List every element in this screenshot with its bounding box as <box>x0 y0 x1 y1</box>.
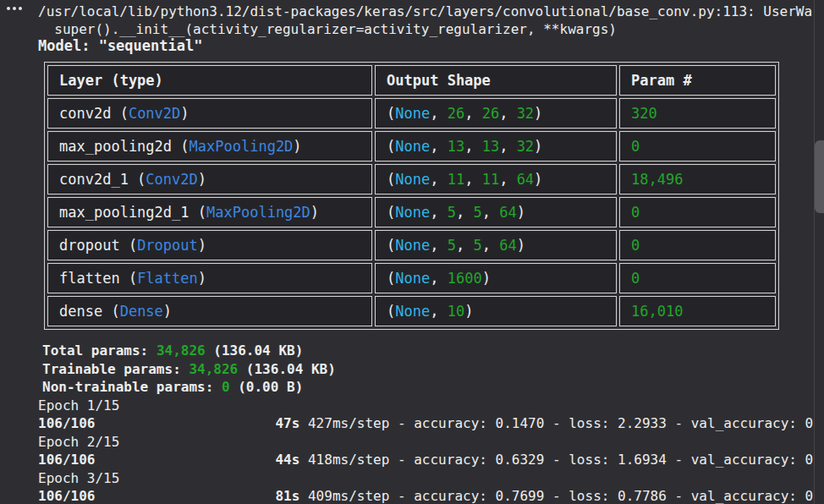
epoch-metrics: 418ms/step - accuracy: 0.6329 - loss: 1.… <box>308 452 813 468</box>
batch-dim-none: None <box>395 237 430 254</box>
param-count: 0 <box>631 138 640 155</box>
layer-class-name: Flatten <box>137 270 198 287</box>
layer-type-cell: max_pooling2d_1 (MaxPooling2D) <box>47 197 372 227</box>
batch-dim-none: None <box>395 138 430 155</box>
param-count: 320 <box>631 105 657 122</box>
shape-dim: 1600 <box>448 270 482 287</box>
training-log: Total params: 34,826 (136.04 KB)Trainabl… <box>38 342 815 504</box>
header-param-count: Param # <box>619 65 776 96</box>
shape-dim: 10 <box>448 303 464 320</box>
layer-type-cell: max_pooling2d (MaxPooling2D) <box>47 131 372 162</box>
shape-dim: 64 <box>517 171 534 188</box>
table-header-row: Layer (type) Output Shape Param # <box>47 65 776 96</box>
header-output-shape: Output Shape <box>375 65 617 96</box>
scrollbar-thumb[interactable] <box>815 140 824 213</box>
param-count-cell: 0 <box>619 197 776 227</box>
batch-dim-none: None <box>395 105 430 122</box>
epoch-time: 81s <box>275 488 299 504</box>
output-shape-cell: (None, 1600) <box>375 263 617 293</box>
shape-dim: 32 <box>517 105 534 122</box>
epoch-metrics: 409ms/step - accuracy: 0.7699 - loss: 0.… <box>308 488 813 504</box>
params-size: (136.04 KB) <box>246 361 336 377</box>
batch-dim-none: None <box>395 171 430 188</box>
shape-dim: 26 <box>448 105 464 122</box>
step-counter: 106/106 <box>38 488 95 504</box>
output-shape-cell: (None, 26, 26, 32) <box>375 98 617 129</box>
epoch-label: Epoch 2/15 <box>38 433 815 452</box>
epoch-progress-line: 106/10647s 427ms/step - accuracy: 0.1470… <box>38 414 815 433</box>
params-value: 34,826 <box>157 342 206 359</box>
shape-dim: 5 <box>448 204 456 221</box>
epoch-label: Epoch 1/15 <box>38 397 815 415</box>
shape-dim: 13 <box>482 138 499 155</box>
layer-class-name: Dense <box>120 303 163 320</box>
shape-dim: 5 <box>473 204 481 221</box>
epoch-metrics: 427ms/step - accuracy: 0.1470 - loss: 2.… <box>308 415 813 431</box>
param-count-cell: 0 <box>619 131 776 162</box>
epoch-progress-line: 106/10644s 418ms/step - accuracy: 0.6329… <box>38 451 815 469</box>
layer-type-cell: flatten (Flatten) <box>47 263 372 293</box>
warning-path-line: /usr/local/lib/python3.12/dist-packages/… <box>38 3 815 20</box>
table-row: conv2d (Conv2D)(None, 26, 26, 32)320 <box>47 98 776 129</box>
scrollbar-track <box>814 0 815 504</box>
warning-code-line: super().__init__(activity_regularizer=ac… <box>38 21 815 38</box>
output-shape-cell: (None, 10) <box>375 296 617 326</box>
epoch-time: 47s <box>275 415 299 431</box>
progress-bar <box>102 458 267 462</box>
layer-class-name: Conv2D <box>146 171 197 188</box>
epoch-progress-line: 106/10681s 409ms/step - accuracy: 0.7699… <box>38 487 815 504</box>
params-label: Trainable params: <box>42 361 181 377</box>
output-shape-cell: (None, 11, 11, 64) <box>375 164 617 194</box>
params-total-line: Total params: 34,826 (136.04 KB) <box>38 342 815 360</box>
model-summary-table: Layer (type) Output Shape Param # conv2d… <box>44 62 779 330</box>
shape-dim: 5 <box>448 237 456 254</box>
param-count: 18,496 <box>631 171 683 188</box>
epochs-block: Epoch 1/15106/10647s 427ms/step - accura… <box>38 397 815 504</box>
batch-dim-none: None <box>395 303 430 320</box>
batch-dim-none: None <box>395 204 430 221</box>
step-counter: 106/106 <box>38 452 95 468</box>
param-count-cell: 320 <box>619 98 776 129</box>
progress-bar <box>102 495 267 498</box>
param-count: 16,010 <box>631 303 683 320</box>
shape-dim: 11 <box>482 171 499 188</box>
table-row: max_pooling2d (MaxPooling2D)(None, 13, 1… <box>47 131 776 162</box>
shape-dim: 32 <box>517 138 534 155</box>
table-row: dense (Dense)(None, 10)16,010 <box>47 296 776 326</box>
params-value: 0 <box>222 379 230 395</box>
epoch-time: 44s <box>275 452 299 468</box>
layer-class-name: MaxPooling2D <box>190 138 294 155</box>
shape-dim: 64 <box>499 237 516 254</box>
layer-type-cell: conv2d (Conv2D) <box>47 98 372 129</box>
shape-dim: 26 <box>482 105 499 122</box>
layer-class-name: Conv2D <box>129 105 180 122</box>
header-layer-type: Layer (type) <box>47 65 372 96</box>
table-row: conv2d_1 (Conv2D)(None, 11, 11, 64)18,49… <box>47 164 776 194</box>
output-options-ellipsis-icon[interactable] <box>7 7 22 10</box>
dot <box>13 7 16 10</box>
param-count-cell: 0 <box>619 230 776 260</box>
param-count-cell: 0 <box>619 263 776 293</box>
param-count-cell: 16,010 <box>619 296 776 326</box>
output-shape-cell: (None, 5, 5, 64) <box>375 197 617 227</box>
layer-type-cell: conv2d_1 (Conv2D) <box>47 164 372 194</box>
param-count: 0 <box>631 204 640 221</box>
params-total-line: Trainable params: 34,826 (136.04 KB) <box>38 360 815 379</box>
param-count: 0 <box>631 237 640 254</box>
dot <box>19 7 22 10</box>
params-label: Total params: <box>42 342 148 359</box>
step-counter: 106/106 <box>38 415 95 431</box>
table-row: flatten (Flatten)(None, 1600)0 <box>47 263 776 293</box>
dot <box>7 7 10 10</box>
params-size: (0.00 B) <box>238 379 303 395</box>
notebook-output-cell: /usr/local/lib/python3.12/dist-packages/… <box>0 0 824 504</box>
shape-dim: 5 <box>473 237 481 254</box>
table-row: dropout (Dropout)(None, 5, 5, 64)0 <box>47 230 776 260</box>
layer-type-cell: dense (Dense) <box>47 296 372 326</box>
params-size: (136.04 KB) <box>213 342 303 359</box>
layer-class-name: Dropout <box>137 237 198 254</box>
layer-class-name: MaxPooling2D <box>206 204 310 221</box>
table-row: max_pooling2d_1 (MaxPooling2D)(None, 5, … <box>47 197 776 227</box>
batch-dim-none: None <box>395 270 430 287</box>
summary-table-body: conv2d (Conv2D)(None, 26, 26, 32)320max_… <box>47 98 776 326</box>
